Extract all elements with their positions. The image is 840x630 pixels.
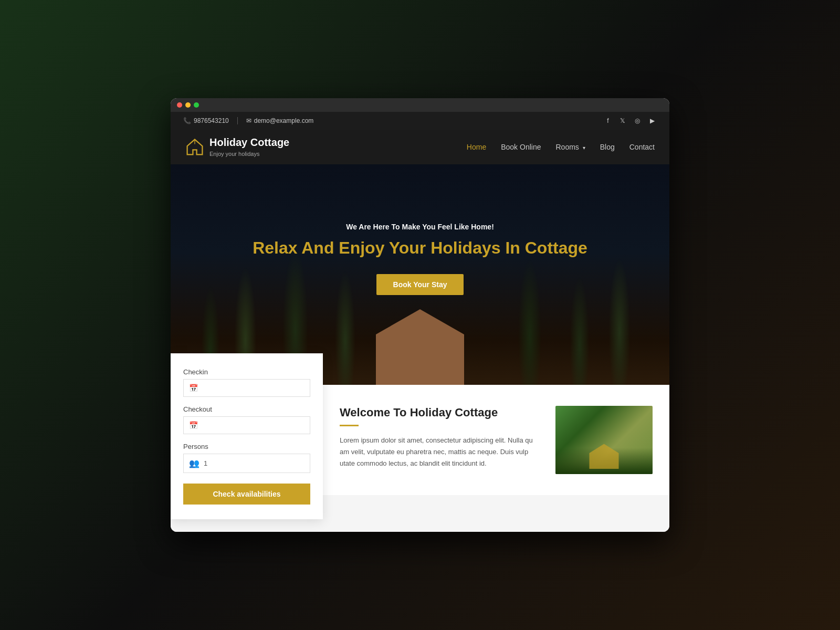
- topbar: 📞 9876543210 ✉ demo@example.com f 𝕏 ◎ ▶: [171, 112, 669, 130]
- nav-link-home[interactable]: Home: [467, 143, 486, 151]
- checkin-input-wrapper[interactable]: 📅: [183, 379, 310, 397]
- welcome-description: Lorem ipsum dolor sit amet, consectetur …: [340, 435, 541, 469]
- close-dot[interactable]: [177, 102, 182, 108]
- maximize-dot[interactable]: [194, 102, 199, 108]
- email-icon: ✉: [246, 117, 251, 124]
- logo-text: Holiday Cottage Enjoy your holidays: [209, 136, 289, 158]
- nav-link-book[interactable]: Book Online: [501, 143, 541, 151]
- phone-contact: 📞 9876543210: [183, 117, 229, 124]
- email-address: demo@example.com: [254, 117, 314, 124]
- phone-number: 9876543210: [194, 117, 229, 124]
- site-title: Holiday Cottage: [209, 136, 289, 149]
- phone-icon: 📞: [183, 117, 191, 124]
- check-availabilities-button[interactable]: Check availabilities: [183, 484, 310, 505]
- checkin-input[interactable]: [202, 384, 304, 392]
- nav-link-rooms[interactable]: Rooms ▾: [555, 143, 585, 151]
- topbar-left: 📞 9876543210 ✉ demo@example.com: [183, 117, 313, 124]
- hero-content: We Are Here To Make You Feel Like Home! …: [253, 223, 587, 327]
- browser-window: 📞 9876543210 ✉ demo@example.com f 𝕏 ◎ ▶ …: [171, 98, 669, 532]
- checkout-group: Checkout 📅: [183, 405, 310, 434]
- nav-link-contact[interactable]: Contact: [629, 143, 655, 151]
- nav-item-book[interactable]: Book Online: [501, 142, 541, 152]
- lower-section: Checkin 📅 Checkout 📅 Persons 👥 1: [171, 385, 669, 532]
- calendar-icon-2: 📅: [189, 421, 198, 429]
- facebook-icon[interactable]: f: [603, 116, 613, 125]
- minimize-dot[interactable]: [185, 102, 191, 108]
- instagram-icon[interactable]: ◎: [633, 116, 642, 125]
- hero-subtitle: We Are Here To Make You Feel Like Home!: [253, 223, 587, 231]
- welcome-image: [555, 406, 653, 474]
- logo[interactable]: Holiday Cottage Enjoy your holidays: [185, 136, 289, 158]
- checkout-input-wrapper[interactable]: 📅: [183, 416, 310, 434]
- chevron-down-icon: ▾: [583, 145, 585, 151]
- checkout-label: Checkout: [183, 405, 310, 413]
- persons-group: Persons 👥 1: [183, 443, 310, 473]
- nav-item-blog[interactable]: Blog: [600, 142, 615, 152]
- social-links: f 𝕏 ◎ ▶: [603, 116, 657, 125]
- site-tagline: Enjoy your holidays: [209, 151, 259, 157]
- topbar-divider: [237, 117, 238, 124]
- nav-links: Home Book Online Rooms ▾ Blog Contact: [467, 142, 655, 152]
- persons-label: Persons: [183, 443, 310, 450]
- checkin-group: Checkin 📅: [183, 368, 310, 397]
- welcome-section: Welcome To Holiday Cottage Lorem ipsum d…: [323, 385, 669, 495]
- welcome-title: Welcome To Holiday Cottage: [340, 406, 541, 419]
- navbar: Holiday Cottage Enjoy your holidays Home…: [171, 130, 669, 164]
- youtube-icon[interactable]: ▶: [647, 116, 657, 125]
- browser-chrome: [171, 98, 669, 112]
- nav-item-home[interactable]: Home: [467, 142, 486, 152]
- book-stay-button[interactable]: Book Your Stay: [376, 274, 464, 295]
- welcome-text: Welcome To Holiday Cottage Lorem ipsum d…: [340, 406, 541, 469]
- nav-link-blog[interactable]: Blog: [600, 143, 615, 151]
- persons-value: 1: [204, 459, 207, 467]
- booking-card: Checkin 📅 Checkout 📅 Persons 👥 1: [171, 353, 323, 519]
- hero-section: We Are Here To Make You Feel Like Home! …: [171, 164, 669, 385]
- checkout-input[interactable]: [202, 422, 304, 429]
- email-contact: ✉ demo@example.com: [246, 117, 314, 124]
- persons-input-wrapper[interactable]: 👥 1: [183, 454, 310, 473]
- nav-item-contact[interactable]: Contact: [629, 142, 655, 152]
- persons-icon: 👥: [189, 458, 200, 468]
- hero-title: Relax And Enjoy Your Holidays In Cottage: [253, 237, 587, 259]
- checkin-label: Checkin: [183, 368, 310, 376]
- welcome-divider: [340, 425, 359, 426]
- twitter-icon[interactable]: 𝕏: [618, 116, 627, 125]
- calendar-icon: 📅: [189, 384, 198, 392]
- nav-item-rooms[interactable]: Rooms ▾: [555, 142, 585, 152]
- logo-icon: [185, 138, 204, 156]
